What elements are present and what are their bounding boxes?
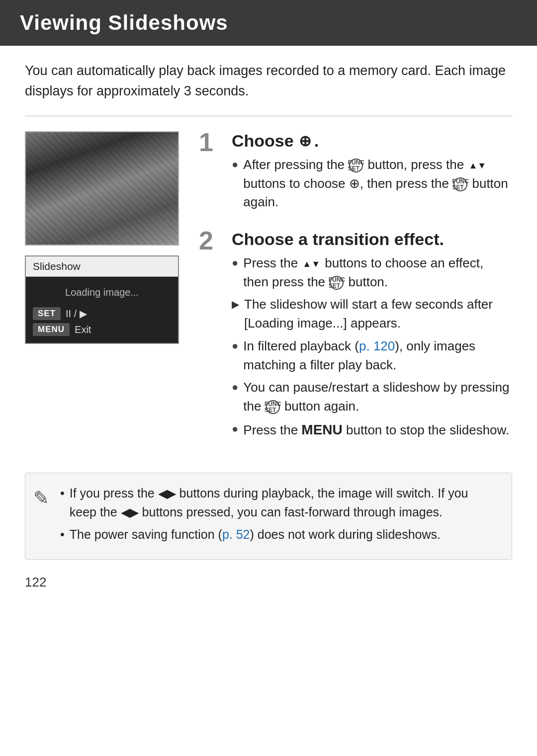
step-2-number: 2 <box>199 228 225 253</box>
slideshow-screen-mockup: Slideshow Loading image... SET II / ▶ ME… <box>25 255 179 344</box>
step-2-bullet-5-text: Press the MENU button to stop the slides… <box>243 420 509 440</box>
bullet-dot-icon: ● <box>232 157 238 172</box>
step-2-bullet-3: ● In filtered playback (p. 120), only im… <box>232 337 512 374</box>
slideshow-icon-inline: ⊕ <box>349 176 360 191</box>
func-set-icon-2: FUNCSET <box>453 177 467 191</box>
exit-label: Exit <box>75 324 91 336</box>
link-p52[interactable]: p. 52 <box>222 527 250 541</box>
step-2-bullet-3-text: In filtered playback (p. 120), only imag… <box>243 337 512 374</box>
slideshow-icon: ⊕ <box>299 132 311 150</box>
step-2-bullet-2: ▶ The slideshow will start a few seconds… <box>232 295 512 333</box>
step-1-bullet-1: ● After pressing the FUNCSET button, pre… <box>232 156 512 212</box>
note-item-1: If you press the ◀▶ buttons during playb… <box>60 484 497 521</box>
menu-button: MENU <box>33 323 70 336</box>
updown-arrows-1: ▲▼ <box>468 159 486 172</box>
func-set-icon-4: FUNCSET <box>266 400 280 414</box>
left-column: Slideshow Loading image... SET II / ▶ ME… <box>25 131 179 458</box>
func-set-icon-1: FUNCSET <box>349 159 363 172</box>
set-button: SET <box>33 307 61 320</box>
step-1: 1 Choose ⊕. ● After pressing the FUNCSET… <box>199 131 512 216</box>
page-number: 122 <box>0 575 537 590</box>
slideshow-loading-text: Loading image... <box>33 287 171 298</box>
camera-image-inner <box>26 132 178 245</box>
bullet-dot-icon-2c: ● <box>232 379 238 395</box>
step-2-bullet-4: ● You can pause/restart a slideshow by p… <box>232 378 512 416</box>
note-item-1-text: If you press the ◀▶ buttons during playb… <box>70 484 497 521</box>
slideshow-btn-row-1: SET II / ▶ <box>33 307 171 320</box>
page-title: Viewing Slideshows <box>20 11 517 35</box>
step-1-bullet-1-text: After pressing the FUNCSET button, press… <box>243 156 512 212</box>
slideshow-screen-header: Slideshow <box>26 256 178 277</box>
bullet-dot-icon-2d: ● <box>232 421 238 437</box>
slideshow-controls: SET II / ▶ MENU Exit <box>33 307 171 336</box>
menu-bold-label: MENU <box>301 422 342 437</box>
note-pencil-icon: ✎ <box>33 484 52 508</box>
title-bar: Viewing Slideshows <box>0 0 537 46</box>
link-p120[interactable]: p. 120 <box>359 338 395 353</box>
step-1-bullets: ● After pressing the FUNCSET button, pre… <box>232 156 512 212</box>
camera-screenshot <box>25 131 179 246</box>
step-2-title: Choose a transition effect. <box>232 230 512 249</box>
bullet-dot-icon-2a: ● <box>232 255 238 271</box>
bullet-dot-icon-2b: ● <box>232 338 238 354</box>
step-2-bullet-1: ● Press the ▲▼ buttons to choose an effe… <box>232 254 512 291</box>
step-2: 2 Choose a transition effect. ● Press th… <box>199 230 512 444</box>
play-pause-symbols: II / ▶ <box>66 308 87 320</box>
step-2-bullet-1-text: Press the ▲▼ buttons to choose an effect… <box>243 254 512 291</box>
note-item-2: The power saving function (p. 52) does n… <box>60 525 497 544</box>
step-2-content: Choose a transition effect. ● Press the … <box>232 230 512 444</box>
step-1-number: 1 <box>199 129 225 155</box>
slideshow-btn-row-2: MENU Exit <box>33 323 171 336</box>
note-box: ✎ If you press the ◀▶ buttons during pla… <box>25 473 512 560</box>
lr-arrows-icon-2: ◀▶ <box>121 505 139 519</box>
main-content: Slideshow Loading image... SET II / ▶ ME… <box>0 131 537 458</box>
step-1-content: Choose ⊕. ● After pressing the FUNCSET b… <box>232 131 512 216</box>
updown-arrows-2: ▲▼ <box>302 257 320 270</box>
note-item-2-text: The power saving function (p. 52) does n… <box>70 525 441 544</box>
lr-arrows-icon-1: ◀▶ <box>158 487 176 500</box>
step-2-bullets: ● Press the ▲▼ buttons to choose an effe… <box>232 254 512 440</box>
slideshow-screen-body: Loading image... SET II / ▶ MENU Exit <box>26 277 178 343</box>
step-2-bullet-2-text: The slideshow will start a few seconds a… <box>244 295 512 333</box>
divider <box>25 116 512 116</box>
note-list: If you press the ◀▶ buttons during playb… <box>60 484 497 544</box>
step-2-title-text: Choose a transition effect. <box>232 230 444 249</box>
step-1-period: . <box>314 131 319 151</box>
triangle-icon-1: ▶ <box>232 297 239 312</box>
step-2-bullet-4-text: You can pause/restart a slideshow by pre… <box>243 378 512 416</box>
step-2-bullet-5: ● Press the MENU button to stop the slid… <box>232 420 512 440</box>
intro-paragraph: You can automatically play back images r… <box>0 61 537 101</box>
right-column: 1 Choose ⊕. ● After pressing the FUNCSET… <box>199 131 512 458</box>
step-1-title-text: Choose <box>232 131 294 151</box>
func-set-icon-3: FUNCSET <box>330 276 344 290</box>
page-wrapper: Viewing Slideshows You can automatically… <box>0 0 537 756</box>
step-1-title: Choose ⊕. <box>232 131 512 151</box>
